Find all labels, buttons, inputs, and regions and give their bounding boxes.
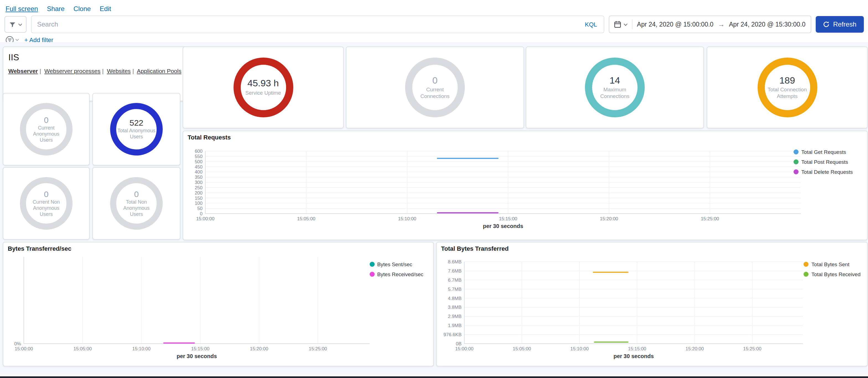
svg-text:1.9MB: 1.9MB [448,323,462,328]
clone-link[interactable]: Clone [73,5,91,13]
iis-panel-title: IIS [8,53,185,63]
series-color-dot [794,150,799,154]
svg-text:15:25:00: 15:25:00 [701,216,719,221]
svg-text:100: 100 [195,200,203,206]
maximum-connections-gauge-ring: 14 Maximum Connections [585,58,645,117]
search-bar: KQL [31,15,604,33]
calendar-icon [614,21,621,28]
dashboard-grid: IIS Webserver| Webserver processes| Webs… [0,42,868,375]
dashboard-toolbar: Full screen Share Clone Edit [0,0,868,14]
svg-text:500: 500 [195,159,203,164]
svg-text:per 30 seconds: per 30 seconds [614,353,654,359]
svg-text:0B: 0B [456,341,462,346]
filter-icon [8,21,16,28]
chart-title: Total Requests [188,134,231,140]
legend-item-bytes-sent-sec[interactable]: Bytes Sent/sec [369,261,412,267]
svg-text:8.6MB: 8.6MB [448,259,462,264]
svg-text:5.7MB: 5.7MB [448,287,462,292]
panel-total-anonymous-users-gauge: 522 Total Anonymous Users [92,93,180,165]
panel-service-uptime-gauge: 45.93 h Service Uptime [183,46,344,128]
svg-text:per 30 seconds: per 30 seconds [483,223,523,229]
search-input[interactable] [32,21,578,28]
kql-button[interactable]: KQL [578,21,604,28]
window-bottom-edge [0,376,868,378]
webserver-link[interactable]: Webserver [8,67,38,74]
legend-label: Total Delete Requests [801,169,853,175]
panel-bytes-transferred-per-sec-chart: Bytes Transferred/sec 15:00:0015:05:0015… [3,242,434,367]
svg-text:15:05:00: 15:05:00 [73,346,92,351]
svg-text:350: 350 [195,175,203,180]
total-connection-attempts-gauge-ring: 189 Total Connection Attempts [757,58,817,117]
websites-link[interactable]: Websites [107,67,131,74]
legend-item-total-delete-requests[interactable]: Total Delete Requests [794,169,853,175]
gauge-value: 0 [44,116,49,125]
gauge-value: 0 [134,190,139,199]
svg-text:15:00:00: 15:00:00 [15,346,33,351]
svg-text:15:15:00: 15:15:00 [191,346,210,351]
svg-text:15:05:00: 15:05:00 [513,346,531,351]
bytes-transferred-per-sec-chart[interactable]: 15:00:0015:05:0015:10:0015:15:0015:20:00… [3,243,433,366]
svg-text:300: 300 [195,180,203,185]
legend-item-total-bytes-received[interactable]: Total Bytes Received [804,271,861,277]
chevron-down-icon [15,38,19,42]
full-screen-link[interactable]: Full screen [5,5,38,13]
legend-label: Bytes Sent/sec [377,261,412,267]
legend-item-total-post-requests[interactable]: Total Post Requests [794,159,848,165]
gauge-value: 0 [432,76,438,86]
date-picker[interactable]: Apr 24, 2020 @ 15:00:00.0 → Apr 24, 2020… [609,15,811,33]
total-bytes-transferred-chart[interactable]: 15:00:0015:05:0015:10:0015:15:0015:20:00… [437,243,867,366]
gauge-value: 14 [610,76,620,86]
panel-total-non-anonymous-users-gauge: 0 Total Non Anonymous Users [92,167,180,240]
current-connections-gauge-ring: 0 Current Connections [405,58,465,117]
svg-text:15:25:00: 15:25:00 [309,346,327,351]
legend-item-total-bytes-sent[interactable]: Total Bytes Sent [804,261,849,267]
saved-query-menu-button[interactable] [4,16,27,33]
link-separator: | [39,67,41,74]
series-color-dot [804,262,809,267]
svg-text:15:05:00: 15:05:00 [297,216,315,221]
svg-text:200: 200 [195,190,203,196]
svg-text:2.9MB: 2.9MB [448,314,462,319]
legend-item-total-get-requests[interactable]: Total Get Requests [794,149,846,155]
gauge-label: Current Anonymous Users [27,125,66,143]
current-anonymous-users-gauge-ring: 0 Current Anonymous Users [20,103,72,156]
svg-text:7.6MB: 7.6MB [448,269,462,274]
total-requests-chart[interactable]: 15:00:0015:05:0015:10:0015:15:0015:20:00… [183,131,867,240]
gauge-label: Total Anonymous Users [117,128,156,140]
refresh-label: Refresh [833,21,857,28]
kibana-dashboard: Full screen Share Clone Edit KQL [0,0,868,378]
chevron-down-icon [623,22,628,27]
share-link[interactable]: Share [47,5,64,13]
date-from[interactable]: Apr 24, 2020 @ 15:00:00.0 [637,21,714,28]
panel-maximum-connections-gauge: 14 Maximum Connections [526,46,704,128]
svg-text:3.8MB: 3.8MB [448,305,462,310]
edit-link[interactable]: Edit [100,5,111,13]
chart-legend: Total Bytes Sent Total Bytes Received [804,261,861,277]
gauge-value: 189 [779,76,795,86]
svg-text:15:25:00: 15:25:00 [743,346,762,351]
svg-text:4.8MB: 4.8MB [448,296,462,301]
date-picker-menu[interactable] [614,19,632,29]
svg-text:15:15:00: 15:15:00 [628,346,646,351]
dashboard-header: Full screen Share Clone Edit KQL [0,0,868,42]
svg-text:15:10:00: 15:10:00 [398,216,416,221]
svg-text:6.7MB: 6.7MB [448,278,462,283]
series-color-dot [794,169,799,174]
iis-links-row: Webserver| Webserver processes| Websites… [8,67,185,74]
webserver-processes-link[interactable]: Webserver processes [44,67,100,74]
legend-item-bytes-received-sec[interactable]: Bytes Received/sec [369,271,423,277]
svg-text:550: 550 [195,154,203,159]
chevron-down-icon [18,22,23,27]
date-to[interactable]: Apr 24, 2020 @ 15:30:00.0 [729,21,805,28]
svg-text:15:15:00: 15:15:00 [499,216,517,221]
refresh-button[interactable]: Refresh [816,16,864,33]
svg-text:15:20:00: 15:20:00 [250,346,268,351]
panel-current-anonymous-users-gauge: 0 Current Anonymous Users [3,93,90,165]
gauge-label: Maximum Connections [593,87,637,99]
current-non-anonymous-users-gauge-ring: 0 Current Non Anonymous Users [20,177,72,230]
legend-label: Total Get Requests [801,149,846,155]
gauge-value: 522 [129,119,143,128]
application-pools-link[interactable]: Application Pools [137,67,182,74]
svg-text:15:00:00: 15:00:00 [455,346,473,351]
svg-text:15:20:00: 15:20:00 [600,216,618,221]
